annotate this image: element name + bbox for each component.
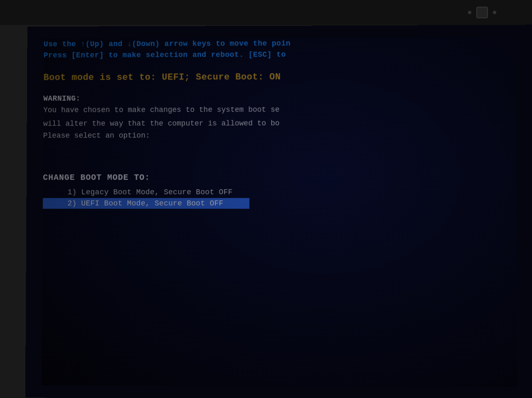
please-select-text: Please select an option: [43,131,516,140]
boot-option-1[interactable]: 1) Legacy Boot Mode, Secure Boot OFF [43,186,517,198]
warning-line-1: You have chosen to make changes to the s… [43,103,516,116]
option-1-number: 1) [68,188,81,196]
instruction-line-2: Press [Enter] to make selection and rebo… [44,48,516,61]
change-boot-title: CHANGE BOOT MODE TO: [43,172,516,182]
instruction-line-1: Use the ↑(Up) and ↓(Down) arrow keys to … [44,37,516,50]
warning-line-2: will alter the way that the computer is … [43,117,516,130]
option-1-label: Legacy Boot Mode, Secure Boot OFF [81,188,233,196]
camera-dot-2 [493,11,496,14]
option-2-number: 2) [67,199,81,208]
warning-section: WARNING: You have chosen to make changes… [43,93,516,139]
glow-overlay [42,37,517,387]
webcam-icon [476,7,488,18]
boot-option-2[interactable]: 2) UEFI Boot Mode, Secure Boot OFF [43,198,249,209]
bios-screen: Use the ↑(Up) and ↓(Down) arrow keys to … [25,25,532,398]
boot-status-label: Boot mode is set to: UEFI; Secure Boot: … [44,71,516,83]
laptop-frame: Use the ↑(Up) and ↓(Down) arrow keys to … [0,0,532,398]
camera-bar [0,0,532,25]
change-boot-section: CHANGE BOOT MODE TO: 1) Legacy Boot Mode… [43,172,517,208]
warning-title: WARNING: [43,93,516,103]
screen-content: Use the ↑(Up) and ↓(Down) arrow keys to … [42,37,517,387]
scan-lines-overlay [42,37,517,387]
option-2-label: UEFI Boot Mode, Secure Boot OFF [81,199,223,208]
boot-option-list: 1) Legacy Boot Mode, Secure Boot OFF 2) … [43,186,517,208]
camera-dot [468,11,471,14]
